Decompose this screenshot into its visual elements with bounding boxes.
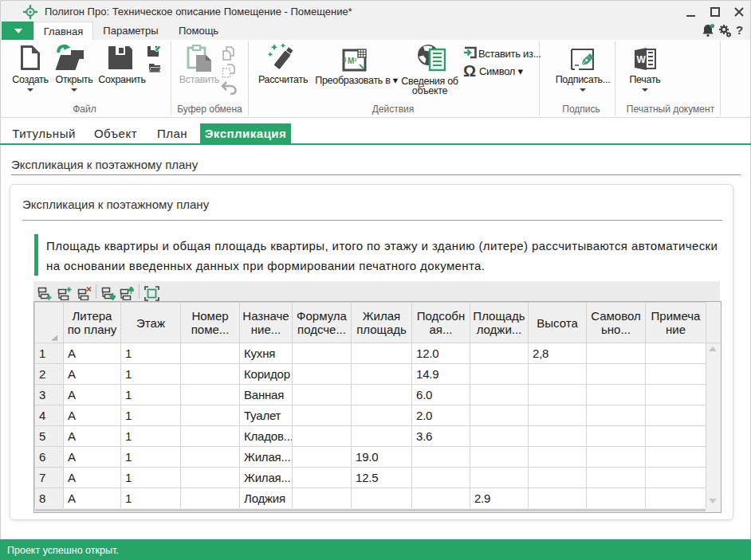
svg-text:W: W xyxy=(637,54,647,65)
svg-text:M²: M² xyxy=(348,57,357,65)
